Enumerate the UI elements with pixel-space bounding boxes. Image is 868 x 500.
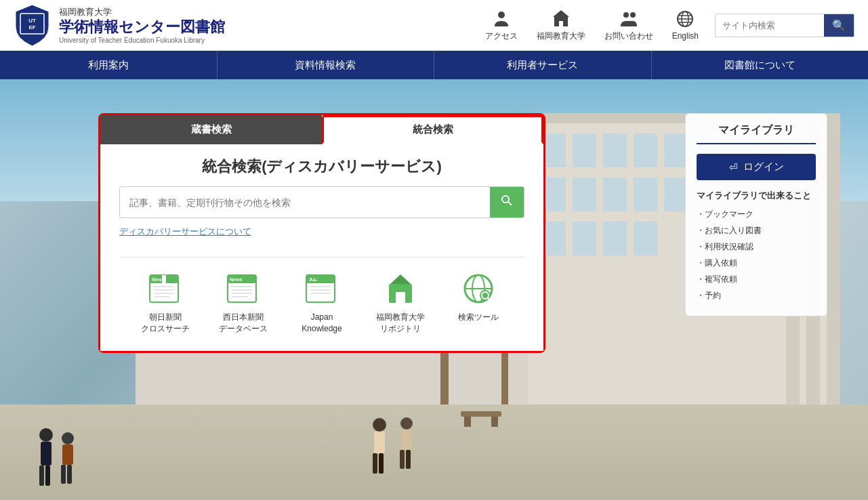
login-button[interactable]: ⏎ ログイン (697, 154, 816, 180)
access-icon (492, 9, 511, 28)
svg-rect-6 (559, 21, 563, 26)
search-tools-icon (461, 272, 495, 306)
navbar: 利用案内 資料情報検索 利用者サービス 図書館について (0, 51, 868, 79)
svg-rect-28 (603, 133, 627, 167)
shield-logo-icon: UT EF (14, 3, 51, 47)
svg-rect-65 (464, 417, 471, 427)
db-repository[interactable]: 福岡教育大学リポジトリ (363, 270, 438, 335)
repository-icon (384, 272, 417, 306)
japan-knowledge-icon: Az ▲ (305, 272, 339, 306)
tab-integrated[interactable]: 統合検索 (322, 115, 543, 144)
svg-rect-68 (41, 442, 51, 465)
svg-text:EF: EF (28, 24, 35, 30)
logo-text-area: 福岡教育大学 学術情報センター図書館 University of Teacher… (59, 6, 225, 43)
site-search-button[interactable]: 🔍 (824, 14, 854, 37)
asahi-icon-box: News (146, 270, 184, 308)
nav-item-about[interactable]: 図書館について (652, 51, 869, 79)
site-search: 🔍 (715, 14, 854, 37)
contact-icon (619, 9, 638, 28)
svg-text:UT: UT (28, 18, 36, 24)
svg-rect-42 (603, 222, 627, 255)
svg-rect-64 (461, 411, 501, 417)
svg-rect-69 (39, 465, 44, 486)
university-icon (552, 9, 571, 28)
globe-icon (676, 9, 695, 28)
nav-item-search[interactable]: 資料情報検索 (218, 51, 435, 79)
mylibrary-title: マイライブラリ (697, 123, 816, 144)
japan-knowledge-icon-box: Az ▲ (303, 270, 341, 308)
site-search-input[interactable] (716, 16, 824, 35)
library-title: 学術情報センター図書館 (59, 18, 225, 36)
svg-point-75 (373, 418, 386, 432)
svg-text:News: News (230, 277, 242, 282)
search-icon (501, 194, 513, 207)
svg-rect-78 (379, 453, 384, 474)
db-nishinippon[interactable]: News 西日本新聞データベース (206, 270, 281, 335)
english-link[interactable]: English (664, 7, 707, 43)
search-body: 統合検索(ディスカバリーサービス) ディスカバリーサービスについて (100, 144, 543, 351)
svg-text:▲: ▲ (314, 278, 318, 282)
svg-point-71 (62, 432, 74, 444)
nishinippon-label: 西日本新聞データベース (219, 312, 268, 335)
nishinippon-icon: News (226, 272, 260, 306)
tab-collection[interactable]: 蔵書検索 (100, 115, 322, 144)
svg-point-67 (39, 428, 53, 442)
asahi-label: 朝日新聞クロスサーチ (141, 312, 190, 335)
main-search-button[interactable] (490, 187, 524, 217)
svg-rect-70 (45, 465, 50, 486)
svg-point-8 (630, 12, 636, 18)
nav-item-service[interactable]: 利用者サービス (434, 51, 652, 79)
svg-point-79 (400, 417, 413, 430)
svg-rect-109 (396, 292, 405, 303)
svg-rect-30 (664, 133, 688, 167)
search-tools-label: 検索ツール (458, 312, 499, 323)
db-asahi[interactable]: News 朝日新聞クロスサーチ (128, 270, 203, 335)
svg-marker-108 (390, 274, 411, 284)
svg-rect-66 (491, 417, 498, 427)
university-link[interactable]: 福岡教育大学 (529, 6, 594, 45)
hero-section: 蔵書検索 統合検索 統合検索(ディスカバリーサービス) (0, 79, 868, 500)
japan-knowledge-label: JapanKnowledge (302, 312, 342, 335)
library-subtitle: University of Teacher Education Fukuoka … (59, 37, 225, 44)
svg-marker-5 (553, 10, 569, 17)
svg-point-83 (502, 196, 509, 203)
svg-rect-77 (373, 453, 377, 474)
svg-line-115 (488, 298, 491, 301)
mylibrary-desc: マイライブラリで出来ること (697, 190, 816, 202)
feature-bookmark: ブックマーク (697, 206, 816, 222)
nishinippon-icon-box: News (224, 270, 262, 308)
svg-rect-81 (400, 450, 405, 469)
mylibrary-panel: マイライブラリ ⏎ ログイン マイライブラリで出来ること ブックマーク お気に入… (685, 113, 827, 316)
svg-rect-37 (634, 178, 657, 211)
english-label: English (672, 31, 699, 41)
university-name: 福岡教育大学 (59, 6, 225, 18)
svg-rect-74 (67, 465, 72, 484)
header-icons: アクセス 福岡教育大学 お問い合わせ (477, 6, 707, 45)
main-search-input[interactable] (120, 190, 490, 215)
svg-rect-47 (0, 404, 868, 500)
nav-item-guide[interactable]: 利用案内 (0, 51, 218, 79)
svg-rect-41 (573, 222, 596, 255)
access-label: アクセス (485, 30, 518, 42)
feature-status: 利用状況確認 (697, 238, 816, 255)
feature-reserve: 予約 (697, 287, 816, 304)
svg-rect-35 (573, 178, 596, 211)
access-link[interactable]: アクセス (477, 6, 526, 45)
svg-point-7 (623, 12, 629, 18)
logo-area: UT EF 福岡教育大学 学術情報センター図書館 University of T… (14, 3, 225, 47)
svg-rect-46 (827, 113, 840, 452)
feature-favorite: お気に入り図書 (697, 222, 816, 238)
svg-text:News: News (152, 277, 164, 282)
db-search-tools[interactable]: 検索ツール (441, 270, 516, 323)
svg-rect-29 (634, 133, 657, 167)
database-icons: News 朝日新聞クロスサーチ (119, 270, 524, 335)
header: UT EF 福岡教育大学 学術情報センター図書館 University of T… (0, 0, 868, 51)
db-japan-knowledge[interactable]: Az ▲ JapanKnowledge (285, 270, 359, 335)
svg-rect-43 (634, 222, 657, 255)
login-icon: ⏎ (729, 161, 738, 173)
discovery-service-link[interactable]: ディスカバリーサービスについて (119, 226, 251, 238)
contact-link[interactable]: お問い合わせ (596, 6, 661, 45)
svg-rect-80 (401, 430, 412, 450)
contact-label: お問い合わせ (604, 30, 653, 42)
search-input-row (119, 186, 524, 218)
